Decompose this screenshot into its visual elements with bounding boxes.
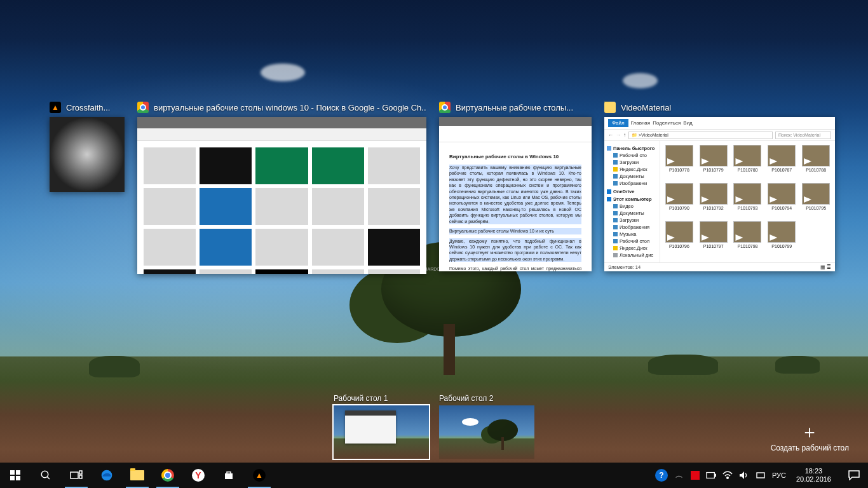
sidebar-item[interactable]: Рабочий сто [620, 152, 647, 158]
taskbar-app-explorer[interactable] [122, 463, 153, 488]
file-name: P1010798 [738, 244, 758, 248]
virtual-desktops-strip: Рабочий стол 1 Рабочий стол 2 [0, 384, 868, 459]
chrome-icon [161, 469, 174, 482]
explorer-ribbon: Файл Главная Поделиться Вид [604, 117, 835, 130]
sidebar-item[interactable]: Видео [620, 203, 634, 209]
svg-rect-2 [10, 476, 15, 480]
sidebar-item[interactable]: Рабочий стол [620, 238, 649, 244]
help-icon[interactable]: ? [655, 469, 668, 482]
view-icons[interactable]: ▦ ≣ [820, 264, 831, 270]
taskbar-app-yandex[interactable]: Y [183, 463, 214, 488]
taskbar-app-chrome[interactable] [153, 463, 183, 488]
sidebar-item[interactable]: Музыка [620, 231, 637, 237]
window-thumbnail[interactable]: POST-HARDCORE.RU [50, 117, 125, 192]
taskbar-app-store[interactable] [214, 463, 244, 488]
nav-back-icon[interactable]: ← [608, 132, 613, 138]
file-thumb [733, 183, 761, 205]
file-name: P1010794 [771, 206, 792, 210]
wifi-icon[interactable] [722, 470, 733, 480]
battery-icon[interactable] [706, 470, 716, 480]
address-path[interactable]: 📁 > VideoMaterial [628, 132, 773, 139]
file-item[interactable]: P1010787 [765, 145, 798, 180]
avira-icon[interactable] [691, 471, 700, 480]
path-segment: VideoMaterial [641, 133, 668, 137]
clock-time: 18:23 [796, 467, 831, 475]
file-item[interactable]: P1010795 [799, 183, 832, 219]
new-desktop-label: Создать рабочий стол [771, 444, 849, 452]
sidebar-item[interactable]: Документы [620, 210, 644, 216]
window-thumbnail[interactable]: Файл Главная Поделиться Вид ← → ↑ 📁 > Vi… [604, 117, 835, 271]
taskbar-clock[interactable]: 18:23 20.02.2016 [792, 467, 835, 483]
tray-chevron-icon[interactable]: ︿ [674, 470, 684, 480]
virtual-desktop-preview[interactable] [439, 405, 534, 459]
gdoc-paragraph: Хочу представить вашему вниманию функцию… [449, 165, 581, 224]
input-indicator-icon[interactable] [756, 470, 766, 480]
taskbar-left: Y ▲ [0, 463, 275, 488]
file-item[interactable]: P1010799 [765, 221, 798, 257]
file-item[interactable]: P1010793 [731, 183, 764, 219]
ribbon-file[interactable]: Файл [608, 119, 628, 127]
folder-icon [130, 470, 144, 480]
new-desktop-button[interactable]: ＋ Создать рабочий стол [771, 423, 849, 452]
taskbar-app-edge[interactable] [92, 463, 122, 488]
file-thumb [768, 183, 796, 205]
file-item[interactable]: P1010798 [731, 221, 764, 257]
window-thumbnail[interactable]: Windows 10 [137, 117, 426, 274]
file-item[interactable]: P1010796 [663, 221, 696, 257]
nav-up-icon[interactable]: ↑ [623, 132, 626, 138]
explorer-search[interactable]: Поиск: VideoMaterial [775, 132, 831, 139]
sidebar-item[interactable]: Локальный дис [620, 252, 653, 258]
virtual-desktop-1[interactable]: Рабочий стол 1 [334, 394, 429, 459]
file-item[interactable]: P1010780 [731, 145, 764, 180]
file-item[interactable]: P1010778 [663, 145, 696, 180]
file-name: P1010797 [703, 244, 724, 248]
ribbon-home[interactable]: Главная [631, 120, 650, 126]
virtual-desktop-2[interactable]: Рабочий стол 2 [439, 394, 534, 459]
virtual-desktop-label: Рабочий стол 1 [334, 394, 429, 403]
file-name: P1010795 [806, 206, 826, 210]
sidebar-item[interactable]: Загрузки [620, 217, 639, 223]
file-item[interactable]: P1010790 [663, 183, 696, 219]
language-indicator[interactable]: РУС [772, 471, 786, 479]
image-search-grid: Windows 10 [144, 147, 420, 270]
sidebar-item[interactable]: Документы [620, 173, 644, 179]
sidebar-thispc[interactable]: Этот компьютер [613, 196, 652, 202]
nav-fwd-icon[interactable]: → [616, 132, 621, 138]
start-button[interactable] [0, 463, 31, 488]
sidebar-item[interactable]: Яндекс.Диск [620, 166, 648, 172]
window-thumbnail[interactable]: Виртуальные рабочие столы в Windows 10 Х… [439, 117, 592, 271]
file-thumb [665, 145, 693, 166]
sidebar-quick-access[interactable]: Панель быстрого [613, 146, 654, 151]
file-thumb [802, 183, 830, 205]
task-view-button[interactable] [61, 463, 92, 488]
window-chrome-search[interactable]: виртуальные рабочие столы windows 10 - П… [137, 102, 426, 274]
file-item[interactable]: P1010794 [765, 183, 798, 219]
sidebar-item[interactable]: Яндекс.Диск [620, 245, 648, 251]
file-name: P1010796 [669, 244, 689, 248]
volume-icon[interactable] [739, 470, 749, 480]
file-item[interactable]: P1010779 [697, 145, 730, 180]
file-item[interactable]: P1010788 [799, 145, 832, 180]
file-thumb [700, 221, 728, 243]
sidebar-item[interactable]: Загрузки [620, 159, 639, 165]
action-center-button[interactable] [840, 463, 868, 488]
task-view-icon [70, 470, 83, 480]
window-aimp[interactable]: ▲ Crossfaith... POST-HARDCORE.RU [50, 102, 125, 192]
taskbar-app-aimp[interactable]: ▲ [244, 463, 275, 488]
sidebar-onedrive[interactable]: OneDrive [613, 189, 634, 194]
status-text: Элементов: 14 [608, 264, 641, 270]
search-button[interactable] [31, 463, 61, 488]
file-name: P1010780 [738, 168, 758, 172]
ribbon-view[interactable]: Вид [683, 120, 692, 126]
explorer-sidebar: Панель быстрого Рабочий сто Загрузки Янд… [604, 141, 660, 262]
svg-rect-0 [10, 470, 15, 475]
virtual-desktop-preview[interactable] [334, 405, 429, 459]
file-item[interactable]: P1010792 [697, 183, 730, 219]
window-explorer[interactable]: VideoMaterial Файл Главная Поделиться Ви… [604, 102, 835, 271]
sidebar-item[interactable]: Изображения [620, 224, 649, 230]
file-item[interactable]: P1010797 [697, 221, 730, 257]
window-google-docs[interactable]: Виртуальные рабочие столы... Виртуальные… [439, 102, 592, 271]
ribbon-share[interactable]: Поделиться [653, 120, 681, 126]
sidebar-item[interactable]: Изображени [620, 180, 647, 186]
file-name: P1010792 [703, 206, 724, 210]
